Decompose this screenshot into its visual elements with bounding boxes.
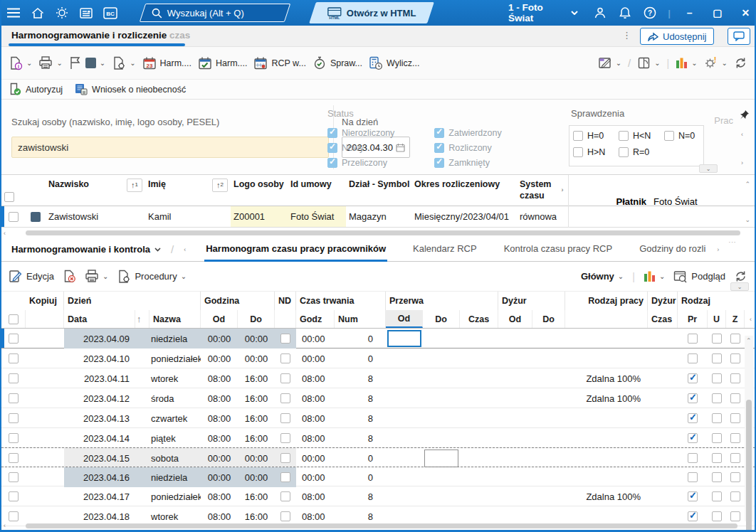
- cell-system-czasu[interactable]: równoważny: [517, 206, 557, 227]
- cell-num[interactable]: 8: [335, 388, 386, 408]
- open-in-html-button[interactable]: HTML Otwórz w HTML: [309, 2, 434, 23]
- checkbox-rozliczony[interactable]: Rozliczony: [434, 140, 501, 155]
- person-search-input[interactable]: zawistowski: [11, 137, 329, 158]
- panel-scroll-up-icon[interactable]: ⌃: [745, 181, 750, 188]
- document-info-button[interactable]: i⌄: [9, 56, 32, 70]
- col-u[interactable]: U: [708, 310, 726, 328]
- select-all-rows-checkbox[interactable]: [9, 314, 19, 324]
- cell-data[interactable]: 2023.04.12: [64, 388, 135, 408]
- cell-pr[interactable]: [678, 486, 708, 506]
- col-przerwa-do[interactable]: Do: [423, 310, 460, 328]
- cell-dczas[interactable]: [648, 448, 678, 468]
- col-z[interactable]: Z: [726, 310, 745, 328]
- cell-rodzaj[interactable]: Zdalna 100%: [565, 388, 648, 408]
- cell-nd[interactable]: [275, 448, 296, 468]
- cell-num[interactable]: 0: [335, 329, 386, 349]
- cell-pczas[interactable]: [460, 428, 498, 448]
- minimize-icon[interactable]: –: [681, 7, 698, 18]
- cell-od[interactable]: 08:00: [201, 408, 238, 428]
- cell-godz[interactable]: 00:00: [296, 329, 335, 349]
- bc-icon[interactable]: BC: [98, 0, 122, 26]
- cell-sel[interactable]: [1, 467, 26, 487]
- cell-od[interactable]: 00:00: [201, 349, 238, 368]
- cell-do[interactable]: 16:00: [238, 486, 275, 506]
- cell-od[interactable]: 00:00: [201, 329, 238, 349]
- cell-rodzaj[interactable]: Zdalna 100%: [565, 368, 648, 388]
- cell-data[interactable]: 2023.04.14: [64, 428, 135, 448]
- cell-u[interactable]: [708, 428, 726, 448]
- notes-button[interactable]: ⌄: [598, 56, 621, 70]
- schedule-row[interactable]: 2023.04.11wtorek08:0016:0008:008Zdalna 1…: [1, 368, 755, 388]
- cell-dczas[interactable]: [648, 408, 678, 428]
- checkbox-zatwierdzony[interactable]: Zatwierdzony: [434, 125, 501, 140]
- cell-rodzaj[interactable]: [565, 349, 648, 368]
- cell-nazwisko[interactable]: Zawistowski: [46, 206, 145, 227]
- col-pr[interactable]: Pr: [678, 310, 708, 328]
- col-od[interactable]: Od: [201, 310, 238, 328]
- focused-cell[interactable]: [387, 330, 421, 347]
- select-all-checkbox[interactable]: [4, 192, 14, 202]
- group-rodzaj-pracy[interactable]: Rodzaj pracy: [565, 292, 648, 310]
- cell-nd[interactable]: [275, 388, 296, 408]
- checkbox-n=0[interactable]: N=0: [664, 131, 703, 141]
- column-id-umowy[interactable]: Id umowy: [288, 175, 346, 206]
- group-rodzaj[interactable]: Rodzaj: [678, 292, 745, 310]
- tabs-scroll-left-icon[interactable]: ‹: [184, 246, 186, 253]
- tabs-scroll-right-icon[interactable]: ›: [717, 246, 719, 253]
- menu-icon[interactable]: [1, 0, 26, 26]
- cell-ddo[interactable]: [532, 408, 565, 428]
- cell-z[interactable]: [726, 486, 745, 506]
- user-icon[interactable]: [594, 6, 607, 19]
- view-selector[interactable]: Główny⌄: [581, 271, 624, 282]
- cell-do[interactable]: 00:00: [238, 349, 275, 368]
- cell-u[interactable]: [708, 408, 726, 428]
- cell-dczas[interactable]: [648, 329, 678, 349]
- checkbox-h<n[interactable]: H<N: [619, 131, 664, 141]
- print-button[interactable]: ⌄: [38, 56, 62, 70]
- procedures-button[interactable]: Procedury⌄: [117, 270, 187, 284]
- col-godz[interactable]: Godz: [296, 310, 335, 328]
- cell-sel[interactable]: [1, 408, 26, 428]
- employee-row-checkbox[interactable]: [9, 212, 19, 222]
- cell-sort[interactable]: [135, 486, 149, 506]
- edit-button[interactable]: Edycja: [9, 270, 54, 283]
- cell-godz[interactable]: 08:00: [296, 408, 335, 428]
- checkbox-zamknięty[interactable]: Zamknięty: [434, 155, 501, 170]
- cell-data[interactable]: 2023.04.15: [64, 448, 135, 468]
- cell-id-umowy[interactable]: Foto Świat: [288, 206, 346, 227]
- schedule-row[interactable]: 2023.04.17poniedziałek08:0016:0008:008Zd…: [1, 486, 755, 506]
- cell-pod[interactable]: [386, 329, 423, 349]
- checkbox-nierozliczony[interactable]: Nierozliczony: [327, 125, 394, 140]
- cell-sel[interactable]: [1, 388, 26, 408]
- cell-nazwa[interactable]: poniedziałek: [149, 349, 201, 368]
- cell-z[interactable]: [726, 388, 745, 408]
- checkbox-h>n[interactable]: H>N: [573, 147, 619, 157]
- analytics-button[interactable]: ⌄: [676, 57, 697, 69]
- feedback-button[interactable]: [728, 28, 750, 45]
- close-icon[interactable]: ✕: [737, 7, 755, 18]
- cell-kopiuj[interactable]: [26, 349, 64, 368]
- cell-pdo[interactable]: [423, 467, 460, 487]
- tab-3[interactable]: Kontrola czasu pracy RCP: [503, 238, 614, 262]
- cell-do[interactable]: 16:00: [238, 368, 275, 388]
- refresh-button[interactable]: [734, 56, 747, 70]
- tab-4[interactable]: Godziny do rozli: [638, 238, 707, 262]
- cell-pczas[interactable]: [460, 329, 498, 349]
- cell-kopiuj[interactable]: [26, 448, 64, 468]
- cell-ddo[interactable]: [532, 428, 565, 448]
- flag-color-button[interactable]: ⌄: [69, 56, 105, 70]
- tab-2[interactable]: Kalendarz RCP: [411, 238, 478, 262]
- cell-pr[interactable]: [678, 428, 708, 448]
- cell-num[interactable]: 0: [335, 448, 386, 468]
- col-dyzur-od[interactable]: Od: [498, 310, 532, 328]
- col-dyzur-czas[interactable]: Czas: [648, 310, 678, 328]
- delete-button[interactable]: [63, 270, 76, 283]
- cell-kopiuj[interactable]: [26, 467, 64, 487]
- cell-nazwa[interactable]: poniedziałek: [149, 486, 201, 506]
- ideas-icon[interactable]: [50, 0, 74, 26]
- cell-kopiuj[interactable]: [26, 486, 64, 506]
- cell-dod[interactable]: [498, 329, 532, 349]
- cell-ddo[interactable]: [532, 329, 565, 349]
- cell-u[interactable]: [708, 467, 726, 487]
- cell-sort[interactable]: [135, 349, 149, 368]
